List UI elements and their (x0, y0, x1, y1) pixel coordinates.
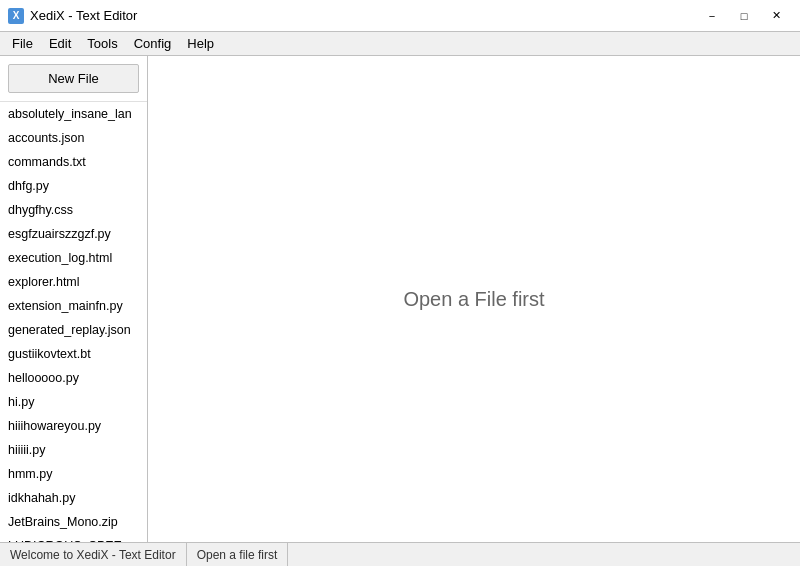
list-item[interactable]: JetBrains_Mono.zip (0, 510, 147, 534)
list-item[interactable]: explorer.html (0, 270, 147, 294)
list-item[interactable]: extension_mainfn.py (0, 294, 147, 318)
list-item[interactable]: dhfg.py (0, 174, 147, 198)
status-section-welcome: Welcome to XediX - Text Editor (0, 543, 187, 566)
title-text: XediX - Text Editor (30, 8, 137, 23)
list-item[interactable]: gustiikovtext.bt (0, 342, 147, 366)
menu-edit[interactable]: Edit (41, 34, 79, 53)
list-item[interactable]: hi.py (0, 390, 147, 414)
list-item[interactable]: accounts.json (0, 126, 147, 150)
title-bar-left: X XediX - Text Editor (8, 8, 137, 24)
new-file-button[interactable]: New File (8, 64, 139, 93)
app-icon: X (8, 8, 24, 24)
list-item[interactable]: hiiiii.py (0, 438, 147, 462)
list-item[interactable]: absolutely_insane_lan (0, 102, 147, 126)
list-item[interactable]: LUDICROUS_SPEED.jsc (0, 534, 147, 542)
close-button[interactable]: ✕ (760, 6, 792, 26)
sidebar: New File absolutely_insane_lanaccounts.j… (0, 56, 148, 542)
list-item[interactable]: hiiihowareyou.py (0, 414, 147, 438)
menu-file[interactable]: File (4, 34, 41, 53)
main-content: New File absolutely_insane_lanaccounts.j… (0, 56, 800, 542)
list-item[interactable]: generated_replay.json (0, 318, 147, 342)
menu-tools[interactable]: Tools (79, 34, 125, 53)
menu-config[interactable]: Config (126, 34, 180, 53)
menu-bar: File Edit Tools Config Help (0, 32, 800, 56)
list-item[interactable]: idkhahah.py (0, 486, 147, 510)
status-section-extra (288, 543, 800, 566)
menu-help[interactable]: Help (179, 34, 222, 53)
list-item[interactable]: hellooooo.py (0, 366, 147, 390)
maximize-button[interactable]: □ (728, 6, 760, 26)
list-item[interactable]: execution_log.html (0, 246, 147, 270)
status-bar: Welcome to XediX - Text Editor Open a fi… (0, 542, 800, 566)
title-bar: X XediX - Text Editor − □ ✕ (0, 0, 800, 32)
list-item[interactable]: dhygfhy.css (0, 198, 147, 222)
list-item[interactable]: esgfzuairszzgzf.py (0, 222, 147, 246)
list-item[interactable]: hmm.py (0, 462, 147, 486)
title-bar-controls: − □ ✕ (696, 6, 792, 26)
editor-area: Open a File first (148, 56, 800, 542)
status-section-open-file: Open a file first (187, 543, 289, 566)
file-list[interactable]: absolutely_insane_lanaccounts.jsoncomman… (0, 101, 147, 542)
open-file-message: Open a File first (403, 288, 544, 311)
list-item[interactable]: commands.txt (0, 150, 147, 174)
minimize-button[interactable]: − (696, 6, 728, 26)
